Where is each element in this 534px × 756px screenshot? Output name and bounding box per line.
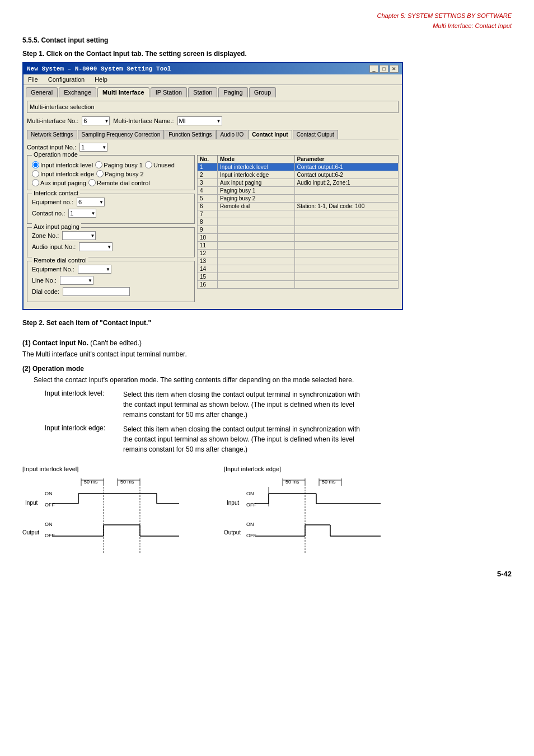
subtab-network[interactable]: Network Settings [27, 130, 77, 139]
subtab-sampling[interactable]: Sampling Frequency Correction [78, 130, 165, 139]
audio-input-no-select[interactable] [79, 242, 113, 251]
menu-configuration[interactable]: Configuration [46, 76, 87, 83]
svg-text:OFF: OFF [246, 502, 256, 508]
menubar: File Configuration Help [24, 74, 402, 85]
section-title: 5.5.5. Contact input setting [22, 36, 512, 44]
step2-text: Step 2. Set each item of "Contact input.… [22, 319, 512, 327]
equipment-no-select-wrapper: 6 [77, 198, 105, 206]
tab-exchange[interactable]: Exchange [59, 87, 96, 97]
item-1-desc: The Multi interface unit's contact input… [22, 349, 512, 359]
operation-mode-title: Operation mode [32, 151, 79, 158]
tab-paging[interactable]: Paging [218, 87, 247, 97]
svg-text:OFF: OFF [246, 533, 256, 538]
contact-input-no-label: Contact input No.: [27, 144, 76, 151]
subtab-audio[interactable]: Audio I/O [216, 130, 247, 139]
diagram-level-title: [Input interlock level] [22, 466, 190, 472]
mi-no-select[interactable]: 6 [82, 116, 110, 125]
mi-name-select-wrapper: MI [177, 116, 222, 125]
table-row[interactable]: 8 [198, 218, 399, 226]
step1-text: Step 1. Click on the Contact Input tab. … [22, 50, 512, 58]
right-panel: No. Mode Parameter 1Input interlock leve… [197, 155, 399, 306]
menu-help[interactable]: Help [92, 76, 110, 83]
tab-general[interactable]: General [26, 87, 58, 97]
table-row[interactable]: 9 [198, 226, 399, 234]
radio-input-interlock-level[interactable]: Input interlock level [32, 161, 93, 168]
table-row[interactable]: 6Remote dialStation: 1-1, Dial code: 100 [198, 203, 399, 210]
contact-input-no-select-wrapper: 1 [79, 143, 107, 152]
table-row[interactable]: 2Input interlock edgeContact output:6-2 [198, 171, 399, 179]
svg-text:Input: Input [25, 500, 38, 506]
radio-remote-dial[interactable]: Remote dial control [88, 179, 150, 186]
minimize-button[interactable]: _ [369, 65, 378, 73]
window-content: Multi-interface selection Multi-interfac… [24, 97, 402, 309]
table-row[interactable]: 11 [198, 242, 399, 250]
remote-equipment-no-row: Equipment No.: [32, 265, 190, 274]
zone-no-select[interactable] [62, 231, 96, 240]
radio-row-1: Input interlock level Paging busy 1 Unus… [32, 161, 190, 168]
desc-val-level: Select this item when closing the contac… [123, 389, 360, 420]
subtab-contact-output[interactable]: Contact Output [293, 130, 338, 139]
main-tabs: General Exchange Multi Interface IP Stat… [24, 85, 402, 97]
desc-val-edge: Select this item when closing the contac… [123, 424, 360, 454]
item-1-title: (1) Contact input No. [22, 339, 90, 347]
contact-no-row: Contact no.: 1 [32, 209, 190, 218]
zone-no-select-wrapper [62, 231, 96, 240]
chapter-header: Chapter 5: SYSTEM SETTINGS BY SOFTWARE M… [22, 11, 512, 31]
table-row[interactable]: 4Paging busy 1 [198, 187, 399, 195]
radio-row-2: Input interlock edge Paging busy 2 [32, 170, 190, 177]
line-no-select-wrapper [60, 276, 93, 285]
diagrams-row: [Input interlock level] 50 ms 50 ms Inpu… [22, 466, 512, 558]
tab-ip-station[interactable]: IP Station [151, 87, 188, 97]
subtab-contact-input[interactable]: Contact Input [248, 130, 292, 139]
contact-table: No. Mode Parameter 1Input interlock leve… [197, 155, 399, 289]
menu-file[interactable]: File [26, 76, 40, 83]
desc-row-level: Input interlock level: Select this item … [22, 389, 512, 420]
tab-multi-interface[interactable]: Multi Interface [97, 87, 149, 97]
audio-input-no-row: Audio input No.: [32, 242, 190, 251]
table-row[interactable]: 14 [198, 265, 399, 273]
radio-paging-busy-2[interactable]: Paging busy 2 [96, 170, 144, 177]
contact-input-no-select[interactable]: 1 [79, 143, 107, 152]
tab-group[interactable]: Group [249, 87, 277, 97]
main-window: New System – N-8000 System Setting Tool … [22, 62, 403, 310]
line-no-select[interactable] [60, 276, 93, 285]
maximize-button[interactable]: □ [380, 65, 388, 73]
svg-text:50 ms: 50 ms [120, 479, 134, 485]
table-row[interactable]: 13 [198, 257, 399, 265]
mi-selection-label: Multi-interface selection [30, 104, 95, 110]
svg-text:ON: ON [45, 522, 53, 527]
close-button[interactable]: ✕ [390, 65, 399, 73]
radio-aux-input-paging[interactable]: Aux input paging [32, 179, 86, 186]
table-row[interactable]: 3Aux input pagingAudio input:2, Zone:1 [198, 179, 399, 187]
radio-paging-busy-1[interactable]: Paging busy 1 [95, 161, 143, 168]
table-row[interactable]: 12 [198, 250, 399, 257]
dial-code-row: Dial code: [32, 287, 190, 296]
zone-no-label: Zone No.: [32, 232, 59, 239]
table-row[interactable]: 5Paging busy 2 [198, 195, 399, 203]
table-row[interactable]: 1Input interlock levelContact output:6-1 [198, 163, 399, 171]
svg-text:ON: ON [246, 491, 254, 496]
remote-equipment-no-select[interactable] [78, 265, 111, 274]
mi-name-label: Multi-Interface Name.: [113, 118, 174, 124]
svg-text:Output: Output [224, 529, 241, 536]
mi-selection-row: Multi-interface selection [27, 101, 399, 113]
tab-station[interactable]: Station [188, 87, 217, 97]
line-no-label: Line No.: [32, 277, 57, 284]
table-row[interactable]: 10 [198, 234, 399, 242]
table-row[interactable]: 16 [198, 281, 399, 289]
interlock-contact-title: Interlock contact [32, 190, 80, 196]
mi-name-select[interactable]: MI [177, 116, 222, 125]
audio-input-no-select-wrapper [79, 242, 113, 251]
timing-svg-level: 50 ms 50 ms Input ON OFF [22, 476, 190, 557]
radio-unused[interactable]: Unused [145, 161, 175, 168]
window-titlebar: New System – N-8000 System Setting Tool … [24, 63, 402, 74]
radio-input-interlock-edge[interactable]: Input interlock edge [32, 170, 94, 177]
svg-text:ON: ON [246, 522, 254, 527]
equipment-no-select[interactable]: 6 [77, 198, 105, 206]
subtab-function[interactable]: Function Settings [165, 130, 216, 139]
contact-no-select[interactable]: 1 [68, 209, 96, 218]
dial-code-input[interactable] [63, 287, 130, 296]
table-row[interactable]: 7 [198, 210, 399, 218]
diagram-edge-title: [Input interlock edge] [224, 466, 392, 472]
table-row[interactable]: 15 [198, 273, 399, 281]
